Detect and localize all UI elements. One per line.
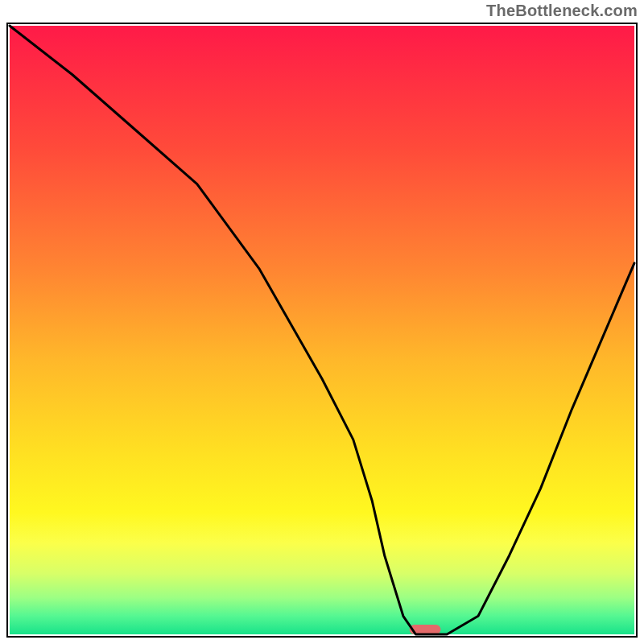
site-watermark: TheBottleneck.com	[486, 2, 638, 20]
gradient-background	[10, 26, 634, 634]
chart-canvas	[6, 23, 638, 638]
bottleneck-chart	[6, 23, 638, 638]
